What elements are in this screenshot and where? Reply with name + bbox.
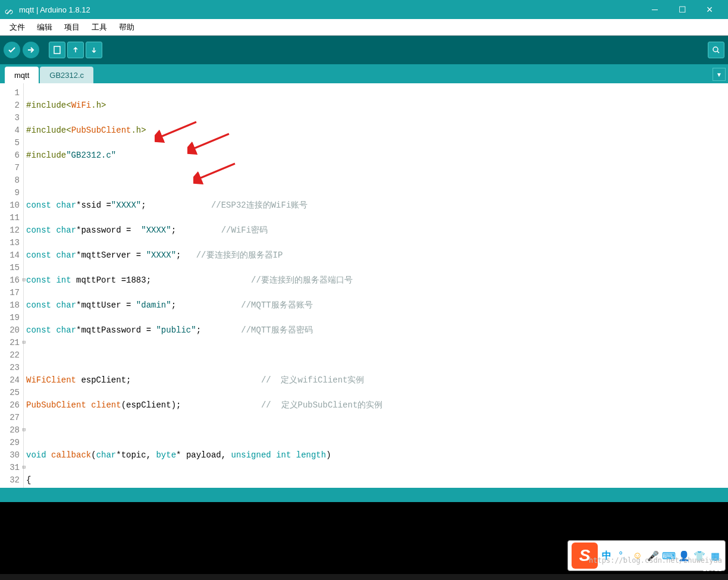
verify-button[interactable] [4, 42, 20, 58]
toolbar [0, 36, 728, 64]
line-number-gutter: 12345 678910 1112131415 16⊟17181920 21⊟2… [0, 83, 24, 488]
titlebar: mqtt | Arduino 1.8.12 ─ ☐ × [0, 0, 728, 19]
menu-help[interactable]: 帮助 [113, 21, 140, 34]
watermark-text: https://blog.csdn.net/zhuweiyaa 19:12 [589, 556, 722, 573]
serial-monitor-button[interactable] [708, 42, 724, 58]
taskbar[interactable] [0, 574, 728, 580]
statusbar [0, 488, 728, 502]
menu-file[interactable]: 文件 [4, 21, 31, 34]
tabbar: mqtt GB2312.c ▼ [0, 64, 728, 83]
svg-point-1 [713, 47, 718, 52]
upload-button[interactable] [23, 42, 39, 58]
tab-mqtt[interactable]: mqtt [5, 67, 39, 83]
maximize-button[interactable]: ☐ [669, 0, 696, 19]
menu-edit[interactable]: 编辑 [31, 21, 58, 34]
new-sketch-button[interactable] [49, 42, 65, 58]
open-sketch-button[interactable] [67, 42, 84, 58]
close-button[interactable]: × [696, 0, 723, 19]
menu-tools[interactable]: 工具 [86, 21, 113, 34]
svg-rect-0 [54, 46, 60, 54]
tab-gb2312[interactable]: GB2312.c [40, 67, 93, 83]
menubar: 文件 编辑 项目 工具 帮助 [0, 19, 728, 36]
menu-project[interactable]: 项目 [58, 21, 86, 34]
save-sketch-button[interactable] [86, 42, 102, 58]
tab-menu-button[interactable]: ▼ [713, 68, 726, 81]
window-title: mqtt | Arduino 1.8.12 [19, 5, 641, 14]
arduino-logo-icon [5, 7, 14, 12]
minimize-button[interactable]: ─ [641, 0, 669, 19]
code-body[interactable]: #include<WiFi.h> #include<PubSubClient.h… [24, 83, 728, 488]
code-editor[interactable]: 12345 678910 1112131415 16⊟17181920 21⊟2… [0, 83, 728, 488]
